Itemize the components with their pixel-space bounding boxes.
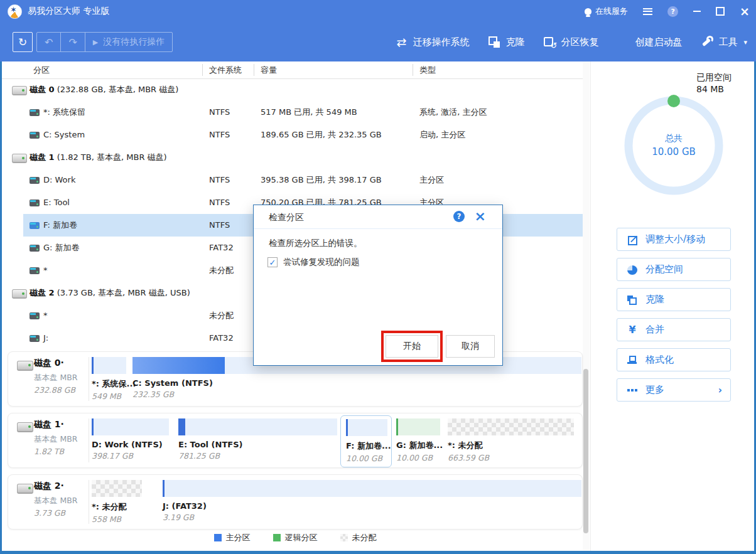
column-filesystem: 文件系统 [209,61,242,78]
pending-operations-label: 没有待执行操作 [103,36,165,48]
migrate-os-button[interactable]: ⇄ 迁移操作系统 [395,36,469,48]
menu-list-icon[interactable] [643,8,652,15]
partition-icon [30,335,40,342]
close-button[interactable]: × [740,6,750,18]
vertical-scrollbar[interactable] [583,61,590,550]
boot-disk-icon [617,36,630,48]
execute-operations-button[interactable]: ▶ 没有待执行操作 [85,33,172,51]
redo-button[interactable]: ↷ [61,33,84,51]
disk-card-1: 磁盘 1· 基本盘 MBR 1.82 TB D: Work (NTFS) 398… [8,413,583,468]
dialog-message: 检查所选分区上的错误。 [269,238,362,249]
partition-icon [30,109,40,116]
scrollbar-thumb[interactable] [583,369,588,533]
column-type: 类型 [419,61,436,78]
tools-menu-button[interactable]: 工具 ▾ [701,36,747,48]
create-boot-disk-button[interactable]: 创建启动盘 [617,36,682,48]
logical-swatch [273,534,281,541]
legend-unallocated: 未分配 [340,532,377,543]
primary-swatch [214,534,222,541]
app-title: 易我分区大师 专业版 [28,6,109,17]
unallocated-segment[interactable]: *: 未分配 663.59 GB [448,418,574,462]
used-space-dot [667,95,680,107]
ellipsis-icon [627,385,637,395]
clone-icon [627,295,637,305]
resize-icon [627,235,637,245]
migrate-os-icon: ⇄ [395,36,408,48]
start-button[interactable]: 开始 [386,335,438,358]
dialog-help-icon[interactable]: ? [453,211,465,222]
disk-icon [17,484,33,494]
legend: 主分区 逻辑分区 未分配 [2,532,588,543]
wrench-icon [701,36,713,48]
toolbar: ↻ ↶ ↷ ▶ 没有待执行操作 ⇄ 迁移操作系统 克隆 分区恢复 [0,23,756,61]
table-header: 分区 文件系统 容量 类型 [2,61,588,79]
unallocated-swatch [340,534,348,541]
partition-icon [30,267,40,274]
bell-icon [585,8,591,15]
pie-icon [627,265,637,275]
column-capacity: 容量 [261,61,277,78]
partition-icon [30,222,40,229]
resize-move-button[interactable]: 调整大小/移动 [617,228,731,251]
app-logo-icon [8,4,22,19]
online-service-button[interactable]: 在线服务 [585,6,628,17]
table-row[interactable]: C: System NTFS 189.65 GB 已用, 共 232.35 GB… [2,124,588,146]
format-button[interactable]: 格式化 [617,348,731,371]
play-icon: ▶ [93,38,98,46]
merge-button[interactable]: ¥ 合并 [617,318,731,341]
online-service-label: 在线服务 [595,6,628,17]
legend-logical: 逻辑分区 [273,532,318,543]
column-partition: 分区 [33,61,50,78]
partition-recovery-icon [543,36,556,48]
table-row[interactable]: *: 系统保留 NTFS 517 MB 已用, 共 549 MB 系统, 激活,… [2,101,588,124]
chevron-right-icon: › [718,385,722,396]
disk-card-2: 磁盘 2· 基本盘 MBR 3.73 GB *: 未分配 558 MB J: (… [8,474,583,530]
partition-segment[interactable]: D: Work (NTFS) 398.17 GB [92,418,169,461]
checkbox-label: 尝试修复发现的问题 [283,257,360,268]
format-icon [627,355,637,365]
cancel-button[interactable]: 取消 [446,335,495,358]
disk-icon [12,86,27,95]
dialog-close-icon[interactable]: × [475,208,486,224]
refresh-button[interactable]: ↻ [13,32,33,52]
chevron-down-icon: ▾ [743,38,747,46]
unallocated-segment[interactable]: *: 未分配 558 MB [92,480,142,524]
minimize-button[interactable] [693,11,701,12]
partition-segment[interactable]: G: 新加卷... 10.00 GB [396,418,440,462]
clone-icon [488,36,500,48]
right-panel: 已用空间 84 MB 总共 10.00 GB 调整大小/移动 分配空间 克隆 ¥… [590,61,755,551]
fix-errors-checkbox[interactable]: ✓ [267,257,278,267]
partition-icon [30,177,40,184]
table-row-disk0[interactable]: 磁盘 0 (232.88 GB, 基本盘, MBR 磁盘) [2,78,588,101]
partition-icon [30,312,40,319]
disk-icon [17,422,33,432]
partition-segment[interactable]: J: (FAT32) 3.19 GB [163,480,581,522]
partition-icon [30,200,40,206]
partition-icon [30,245,40,252]
partition-segment-selected[interactable]: F: 新加卷... 10.00 GB [340,415,392,467]
more-button[interactable]: 更多 › [617,378,731,402]
clone-action-button[interactable]: 克隆 [617,288,731,311]
maximize-button[interactable] [716,7,725,16]
disk-icon [17,361,33,371]
help-icon[interactable]: ? [667,6,678,17]
legend-primary: 主分区 [214,532,251,543]
allocate-space-button[interactable]: 分配空间 [617,258,731,281]
pending-operations-group: ↶ ↷ ▶ 没有待执行操作 [36,32,173,52]
partition-segment[interactable]: *: 系统保... 549 MB [92,357,126,401]
partition-recovery-button[interactable]: 分区恢复 [543,36,598,48]
check-partition-dialog: 检查分区 ? × 检查所选分区上的错误。 ✓ 尝试修复发现的问题 开始 取消 [253,205,503,366]
partition-icon [30,132,40,139]
app-window: 易我分区大师 专业版 在线服务 ? × ↻ ↶ ↷ ▶ 没有待执行操作 [0,0,756,554]
disk-icon [12,289,27,299]
clone-button[interactable]: 克隆 [488,36,524,48]
used-space-label: 已用空间 84 MB [696,72,732,95]
disk-icon [12,154,27,163]
title-bar: 易我分区大师 专业版 在线服务 ? × [0,0,756,23]
undo-button[interactable]: ↶ [37,33,60,51]
partition-segment[interactable]: E: Tool (NTFS) 781.25 GB [178,418,337,461]
dialog-title: 检查分区 [269,212,304,223]
table-row[interactable]: D: Work NTFS 395.38 GB 已用, 共 398.17 GB 主… [2,169,588,191]
table-row-disk1[interactable]: 磁盘 1 (1.82 TB, 基本盘, MBR 磁盘) [2,146,588,169]
merge-icon: ¥ [627,325,637,335]
